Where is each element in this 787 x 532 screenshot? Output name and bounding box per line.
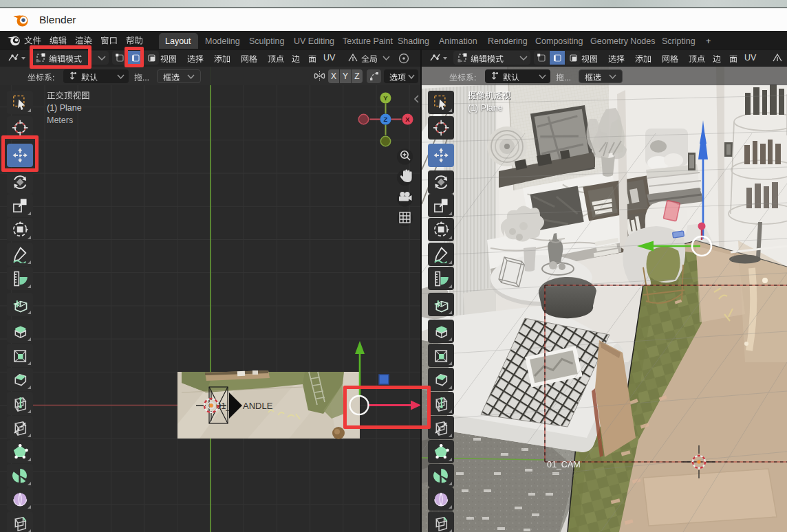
svg-text:Z: Z xyxy=(384,115,388,123)
svg-text:ANDLE: ANDLE xyxy=(243,401,273,411)
svg-text:01_CAM: 01_CAM xyxy=(547,460,581,469)
svg-text:X: X xyxy=(405,115,410,123)
svg-text:Y: Y xyxy=(383,94,388,102)
